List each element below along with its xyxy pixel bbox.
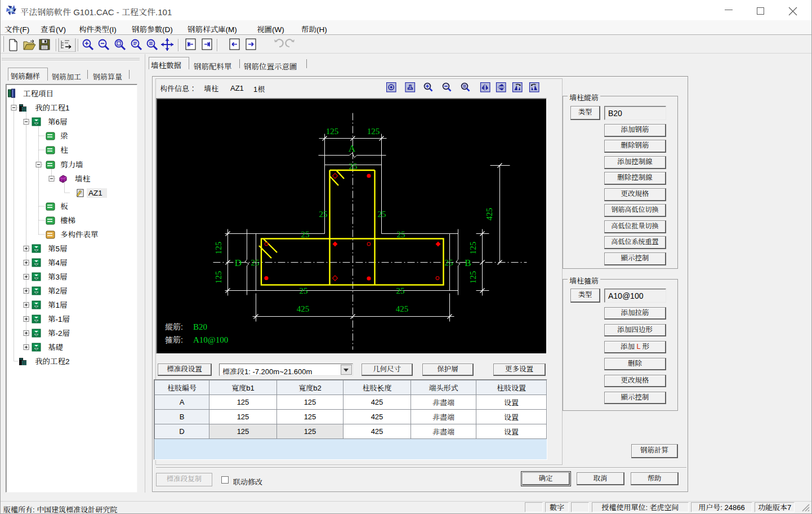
svg-text:B20: B20: [193, 322, 207, 331]
svg-text:A10@100: A10@100: [193, 335, 228, 344]
svg-text:箍筋:: 箍筋:: [165, 335, 183, 344]
svg-text:第4层: 第4层: [48, 259, 68, 267]
svg-text:第1层: 第1层: [48, 301, 68, 309]
svg-text:125: 125: [214, 271, 223, 284]
svg-text:梁: 梁: [60, 132, 68, 140]
svg-text:柱: 柱: [60, 146, 68, 154]
svg-text:25: 25: [396, 286, 405, 295]
svg-text:B: B: [465, 258, 471, 268]
svg-text:我的工程1: 我的工程1: [35, 104, 70, 112]
svg-text:125: 125: [469, 271, 478, 284]
svg-text:A: A: [349, 143, 356, 154]
svg-text:我的工程2: 我的工程2: [35, 357, 70, 366]
svg-text:125: 125: [367, 127, 380, 136]
svg-text:25: 25: [378, 210, 386, 219]
svg-text:125: 125: [469, 242, 478, 255]
svg-text:第3层: 第3层: [48, 273, 68, 281]
svg-text:125: 125: [214, 242, 223, 255]
svg-text:第5层: 第5层: [48, 245, 68, 253]
svg-text:第-1层: 第-1层: [48, 315, 70, 324]
svg-text:第2层: 第2层: [48, 287, 68, 295]
svg-text:剪力墙: 剪力墙: [60, 161, 83, 169]
svg-text:AZ1: AZ1: [88, 189, 102, 197]
svg-text:25: 25: [319, 210, 328, 219]
svg-text:25: 25: [349, 162, 358, 171]
svg-text:D: D: [235, 258, 242, 268]
svg-text:纵筋:: 纵筋:: [165, 322, 183, 331]
svg-text:25: 25: [301, 230, 310, 239]
svg-text:楼梯: 楼梯: [60, 216, 75, 225]
svg-text:25: 25: [397, 230, 405, 239]
svg-text:工程项目: 工程项目: [23, 90, 53, 98]
svg-text:125: 125: [326, 127, 339, 136]
svg-text:25: 25: [445, 258, 453, 267]
svg-text:第-2层: 第-2层: [48, 329, 70, 338]
svg-text:425: 425: [396, 304, 409, 313]
svg-text:多构件表单: 多构件表单: [60, 231, 99, 239]
svg-text:25: 25: [251, 258, 260, 267]
svg-text:基础: 基础: [48, 343, 63, 352]
svg-text:425: 425: [485, 208, 494, 221]
svg-text:425: 425: [297, 304, 310, 313]
svg-text:25: 25: [300, 286, 308, 295]
svg-text:第6层: 第6层: [48, 118, 68, 126]
svg-text:板: 板: [60, 202, 68, 211]
svg-text:墙柱: 墙柱: [75, 175, 90, 183]
